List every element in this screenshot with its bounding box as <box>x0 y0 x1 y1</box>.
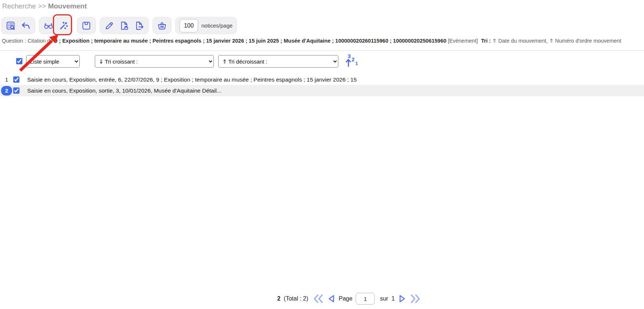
question-summary: Question : Citation de 9 ; Exposition ; … <box>2 38 643 44</box>
select-all-checkbox[interactable] <box>16 58 22 64</box>
notices-per-page-input[interactable] <box>180 19 198 32</box>
list-mode-select[interactable]: Liste simple <box>26 55 80 68</box>
magic-wand-icon <box>58 21 69 31</box>
sort-ascending-select[interactable]: ⇓ Tri croissant : <box>95 55 214 68</box>
row-2-checkbox[interactable] <box>13 87 19 94</box>
divider <box>0 50 644 51</box>
basket-icon <box>157 21 167 31</box>
sort-numeric-321-icon[interactable]: 3 2 1 <box>343 52 360 68</box>
double-chevron-right-icon <box>410 294 421 303</box>
list-display-icon <box>6 21 16 31</box>
sort-value: ⇑ Date du mouvement, ⇑ Numéro d'ordre mo… <box>491 38 621 44</box>
triangle-left-icon <box>327 294 335 303</box>
total-label: (Total : 2) <box>284 295 308 302</box>
page-number-input[interactable] <box>356 293 375 305</box>
first-page-button[interactable] <box>313 294 324 303</box>
toolbar-group-basket <box>152 17 172 34</box>
toolbar: notices/page <box>1 17 237 34</box>
row-1-text[interactable]: Saisie en cours, Exposition, entrée, 6, … <box>27 76 357 83</box>
row-index: 1 <box>5 76 8 83</box>
basket-button[interactable] <box>157 21 167 31</box>
result-count: 2 <box>277 295 280 302</box>
undo-button[interactable] <box>21 21 31 31</box>
question-prefix: Citation de <box>28 38 54 44</box>
next-page-button[interactable] <box>398 294 406 303</box>
total-pages: 1 <box>392 295 395 302</box>
breadcrumb-path[interactable]: Recherche >> <box>2 2 46 10</box>
document-print-icon <box>119 21 129 31</box>
preview-glasses-button[interactable] <box>43 21 54 31</box>
toolbar-group-display <box>1 17 35 34</box>
toolbar-group-edit-export <box>100 17 149 34</box>
toolbar-group-notices: notices/page <box>175 17 237 34</box>
print-button[interactable] <box>119 21 129 31</box>
result-row-2-selected[interactable]: 2 Saisie en cours, Exposition, sortie, 3… <box>0 85 644 96</box>
row-2-text[interactable]: Saisie en cours, Exposition, sortie, 3, … <box>27 87 222 94</box>
glasses-icon <box>43 21 54 31</box>
export-button[interactable] <box>134 21 144 31</box>
triangle-right-icon <box>398 294 406 303</box>
undo-icon <box>21 21 31 31</box>
toolbar-group-view <box>39 17 73 34</box>
question-criteria: 9 ; Exposition ; temporaire au musée ; P… <box>54 38 446 44</box>
edit-button[interactable] <box>104 21 114 31</box>
question-suffix: [Evènement] <box>446 38 478 44</box>
row-1-checkbox[interactable] <box>13 76 19 83</box>
magic-wand-button[interactable] <box>58 21 69 31</box>
notices-per-page-label: notices/page <box>201 22 233 29</box>
svg-text:3: 3 <box>348 53 351 59</box>
save-button[interactable] <box>81 21 91 31</box>
sort-label: Tri : <box>481 38 491 44</box>
last-page-button[interactable] <box>410 294 421 303</box>
pagination: 2 (Total : 2) Page sur 1 <box>277 293 420 305</box>
svg-text:1: 1 <box>355 61 358 66</box>
pencil-icon <box>104 21 114 31</box>
page-label: Page <box>339 295 352 302</box>
svg-text:2: 2 <box>352 57 355 62</box>
previous-page-button[interactable] <box>327 294 335 303</box>
result-row-1[interactable]: 1 Saisie en cours, Exposition, entrée, 6… <box>0 74 644 85</box>
question-label: Question : <box>2 38 28 44</box>
page-title: Mouvement <box>48 2 87 10</box>
breadcrumb: Recherche >> Mouvement <box>2 2 87 10</box>
row-index-badge: 2 <box>1 86 12 96</box>
sort-descending-select[interactable]: ⇑ Tri décroissant : <box>218 55 338 68</box>
export-document-icon <box>134 21 144 31</box>
toolbar-group-save <box>77 17 96 34</box>
save-icon <box>81 21 91 31</box>
sur-label: sur <box>380 295 388 302</box>
double-chevron-left-icon <box>313 294 324 303</box>
controls-row: Liste simple ⇓ Tri croissant : ⇑ Tri déc… <box>0 55 644 68</box>
list-display-button[interactable] <box>6 21 16 31</box>
